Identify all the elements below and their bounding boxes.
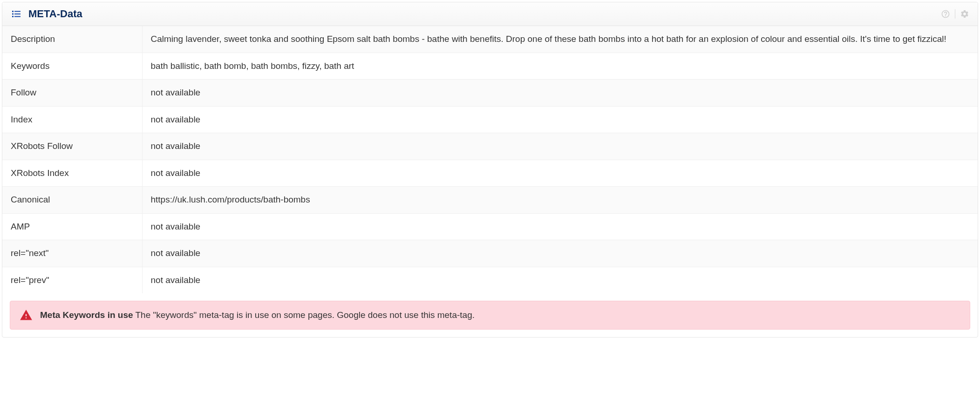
row-value: not available	[142, 160, 978, 187]
row-label: Canonical	[2, 187, 142, 214]
table-row: AMPnot available	[2, 213, 978, 240]
svg-rect-0	[12, 11, 14, 12]
row-label: XRobots Follow	[2, 133, 142, 160]
row-label: Description	[2, 26, 142, 53]
row-value: not available	[142, 240, 978, 267]
help-icon[interactable]	[941, 9, 950, 19]
panel-title: META-Data	[28, 8, 82, 20]
row-label: XRobots Index	[2, 160, 142, 187]
panel-header: META-Data	[2, 2, 978, 26]
table-row: Follownot available	[2, 80, 978, 107]
alert-body: The "keywords" meta-tag is in use on som…	[136, 310, 475, 320]
row-value: not available	[142, 213, 978, 240]
svg-rect-5	[14, 16, 20, 17]
table-row: rel="next"not available	[2, 240, 978, 267]
meta-data-panel: META-Data DescriptionCalming lavender, s…	[2, 2, 978, 338]
row-value: Calming lavender, sweet tonka and soothi…	[142, 26, 978, 53]
alert-text: Meta Keywords in use The "keywords" meta…	[40, 310, 475, 320]
row-label: Follow	[2, 80, 142, 107]
table-row: Indexnot available	[2, 106, 978, 133]
list-icon	[11, 8, 22, 20]
svg-rect-4	[12, 16, 14, 17]
gear-icon[interactable]	[960, 9, 969, 19]
row-value: not available	[142, 133, 978, 160]
table-row: DescriptionCalming lavender, sweet tonka…	[2, 26, 978, 53]
row-label: rel="next"	[2, 240, 142, 267]
warning-icon	[20, 309, 33, 322]
svg-rect-2	[12, 14, 14, 15]
meta-data-table: DescriptionCalming lavender, sweet tonka…	[2, 26, 978, 293]
divider	[955, 9, 955, 19]
svg-rect-3	[14, 14, 20, 14]
panel-header-left: META-Data	[11, 8, 82, 20]
table-row: Canonicalhttps://uk.lush.com/products/ba…	[2, 187, 978, 214]
row-value: not available	[142, 80, 978, 107]
table-row: rel="prev"not available	[2, 267, 978, 293]
table-row: XRobots Follownot available	[2, 133, 978, 160]
row-value: https://uk.lush.com/products/bath-bombs	[142, 187, 978, 214]
row-label: Index	[2, 106, 142, 133]
panel-header-right	[941, 9, 969, 19]
alert-meta-keywords: Meta Keywords in use The "keywords" meta…	[10, 301, 970, 330]
row-value: not available	[142, 106, 978, 133]
row-value: bath ballistic, bath bomb, bath bombs, f…	[142, 53, 978, 80]
row-label: Keywords	[2, 53, 142, 80]
alert-title: Meta Keywords in use	[40, 310, 133, 320]
svg-rect-1	[14, 11, 20, 12]
table-row: Keywordsbath ballistic, bath bomb, bath …	[2, 53, 978, 80]
row-label: AMP	[2, 213, 142, 240]
row-label: rel="prev"	[2, 267, 142, 293]
row-value: not available	[142, 267, 978, 293]
table-row: XRobots Indexnot available	[2, 160, 978, 187]
